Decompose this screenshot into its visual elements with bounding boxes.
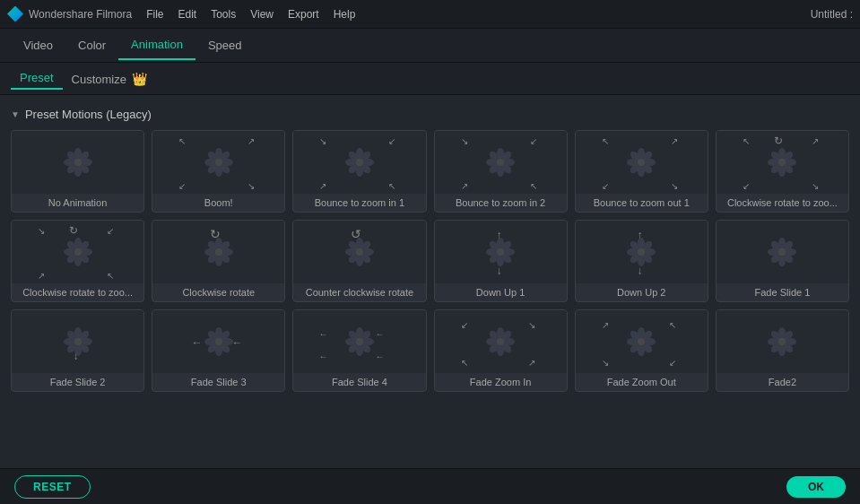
card-label: Bounce to zoom in 1 (293, 194, 425, 212)
menu-item-export[interactable]: Export (288, 8, 319, 21)
ok-button[interactable]: OK (786, 476, 846, 498)
card-thumbnail (717, 221, 848, 283)
svg-text:↙: ↙ (178, 181, 186, 191)
card-label: Bounce to zoom in 2 (435, 194, 567, 212)
animation-card[interactable]: Fade2 (716, 309, 849, 392)
svg-text:↗: ↗ (38, 271, 45, 281)
menu-item-help[interactable]: Help (334, 8, 356, 21)
animation-card[interactable]: ↖ ↗ ↙ ↘ Boom! (152, 130, 285, 213)
card-thumbnail: ← ← ← ← (293, 310, 425, 373)
card-thumbnail: ↑ ↓ (576, 221, 708, 283)
title-bar: Wondershare Filmora FileEditToolsViewExp… (0, 0, 860, 29)
svg-text:↘: ↘ (601, 358, 608, 368)
flower-icon (484, 146, 517, 178)
svg-text:↘: ↘ (319, 136, 326, 146)
card-thumbnail: ↻ ↘ ↙ ↗ ↖ (12, 221, 143, 283)
animation-card[interactable]: ↑ ↓ Down Up 2 (575, 220, 708, 302)
content-area: ▼ Preset Motions (Legacy) No Animation ↖… (0, 95, 860, 468)
svg-text:↙: ↙ (388, 136, 395, 146)
flower-icon (203, 326, 235, 358)
animation-card[interactable]: ↖ ↗ ↙ ↘ Bounce to zoom out 1 (575, 130, 708, 213)
animation-card[interactable]: ↻ Clockwise rotate (152, 220, 285, 302)
card-label: Boom! (152, 194, 284, 212)
animation-card[interactable]: ↻ ↖ ↗ ↙ ↘ Clockwise rotate to zoo... (716, 130, 849, 213)
animation-card[interactable]: ← ← Fade Slide 3 (152, 309, 285, 392)
flower-icon (625, 326, 657, 358)
tab-speed[interactable]: Speed (195, 31, 255, 59)
svg-point-151 (778, 248, 786, 256)
svg-text:↗: ↗ (460, 181, 467, 191)
svg-text:↘: ↘ (248, 181, 255, 191)
card-thumbnail: ↖ ↗ ↙ ↘ (152, 131, 284, 194)
svg-point-80 (778, 159, 786, 166)
flower-icon (343, 236, 376, 268)
tab-color[interactable]: Color (65, 31, 118, 59)
menu-bar[interactable]: FileEditToolsViewExportHelp (146, 8, 355, 21)
svg-text:↗: ↗ (319, 181, 326, 191)
animation-card[interactable]: No Animation (11, 130, 144, 213)
svg-text:↻: ↻ (773, 135, 782, 147)
card-thumbnail: ↙ ↘ ↖ ↗ (435, 310, 567, 373)
flower-icon (62, 326, 94, 358)
animation-card[interactable]: ↻ ↘ ↙ ↗ ↖ Clockwise rotate to zoo... (11, 220, 144, 302)
svg-point-174 (215, 338, 222, 345)
animation-card[interactable]: ↘ ↙ ↗ ↖ Bounce to zoom in 2 (434, 130, 568, 213)
menu-item-tools[interactable]: Tools (211, 8, 236, 21)
sub-tab-preset[interactable]: Preset (11, 67, 63, 90)
flower-icon (625, 236, 657, 268)
card-thumbnail: ↖ ↗ ↙ ↘ (576, 131, 708, 194)
card-label: Fade2 (717, 373, 848, 391)
svg-text:↖: ↖ (388, 181, 395, 191)
card-label: Fade Slide 4 (293, 373, 425, 391)
animation-card[interactable]: ↙ ↘ ↖ ↗ Fade Zoom In (434, 309, 568, 392)
svg-point-188 (356, 338, 363, 345)
animation-card[interactable]: ↺ Counter clockwise rotate (292, 220, 426, 302)
flower-icon (766, 326, 798, 358)
card-thumbnail: ↓ (12, 310, 143, 373)
animation-grid: No Animation ↖ ↗ ↙ ↘ Boom! ↘ ↙ ↗ ↖ (11, 130, 849, 399)
svg-point-65 (638, 159, 645, 166)
animation-card[interactable]: ↗ ↖ ↘ ↙ Fade Zoom Out (575, 309, 708, 392)
card-thumbnail: ↻ ↖ ↗ ↙ ↘ (717, 131, 848, 194)
section-label: Preset Motions (Legacy) (25, 108, 152, 121)
card-thumbnail: ↻ (152, 221, 284, 283)
svg-point-37 (356, 159, 363, 166)
svg-text:↖: ↖ (601, 136, 608, 146)
svg-point-117 (356, 248, 363, 256)
chevron-icon: ▼ (11, 109, 20, 119)
card-label: Clockwise rotate to zoo... (717, 194, 848, 212)
card-thumbnail: ↑ ↓ (435, 221, 567, 283)
flower-icon (625, 146, 657, 178)
menu-item-view[interactable]: View (250, 8, 274, 21)
card-thumbnail: ↺ (293, 221, 425, 283)
card-label: Fade Zoom Out (576, 373, 708, 391)
svg-text:↖: ↖ (178, 136, 186, 146)
svg-text:↖: ↖ (529, 181, 536, 191)
animation-card[interactable]: ↘ ↙ ↗ ↖ Bounce to zoom in 1 (292, 130, 426, 213)
svg-point-9 (74, 159, 82, 166)
animation-card[interactable]: Fade Slide 1 (716, 220, 849, 302)
svg-text:↘: ↘ (38, 226, 45, 236)
flower-icon (343, 326, 376, 358)
section-header[interactable]: ▼ Preset Motions (Legacy) (11, 102, 849, 130)
reset-button[interactable]: RESET (14, 475, 91, 499)
bottom-bar: RESET OK (0, 468, 860, 504)
svg-text:←: ← (376, 329, 385, 339)
svg-text:↖: ↖ (107, 271, 114, 281)
animation-card[interactable]: ↑ ↓ Down Up 1 (434, 220, 568, 302)
tab-video[interactable]: Video (11, 31, 65, 59)
svg-text:←: ← (319, 352, 328, 361)
card-thumbnail: ← ← (152, 310, 284, 373)
svg-text:↘: ↘ (527, 320, 534, 330)
tab-animation[interactable]: Animation (118, 30, 195, 60)
svg-text:↘: ↘ (460, 136, 467, 146)
animation-card[interactable]: ← ← ← ← Fade Slide 4 (292, 309, 426, 392)
svg-text:↖: ↖ (742, 136, 749, 146)
menu-item-file[interactable]: File (146, 8, 163, 21)
menu-item-edit[interactable]: Edit (178, 8, 197, 21)
svg-text:↙: ↙ (529, 136, 536, 146)
card-label: Bounce to zoom out 1 (576, 194, 708, 212)
animation-card[interactable]: ↓ Fade Slide 2 (11, 309, 144, 392)
svg-text:↗: ↗ (527, 358, 534, 368)
sub-tab-customize[interactable]: Customize👑 (63, 68, 156, 90)
